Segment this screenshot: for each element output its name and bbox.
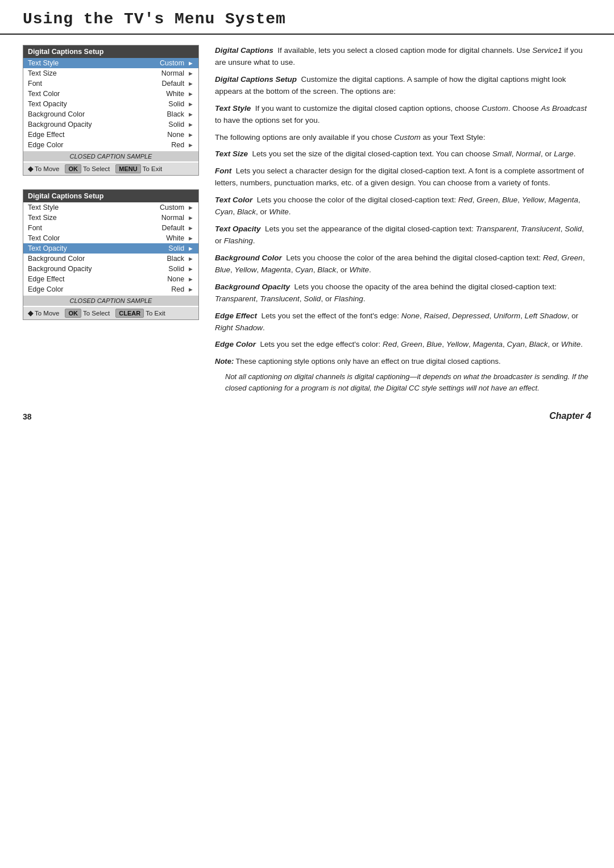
menu-row-value: Normal: [161, 214, 184, 222]
section-note: Note: These captioning style options onl…: [215, 356, 591, 393]
section-digital-captions: Digital Captions If available, lets you …: [215, 45, 591, 69]
menu-row-value: Red: [171, 285, 184, 293]
menu-row-label: Text Color: [28, 234, 166, 242]
menu-row-label: Edge Effect: [28, 131, 167, 139]
menu-row[interactable]: Font Default ►: [23, 223, 198, 233]
footer-item: ◆To Move: [28, 165, 59, 173]
menu-row-label: Background Opacity: [28, 265, 168, 273]
footer-label: To Exit: [146, 310, 165, 317]
footer-button[interactable]: CLEAR: [115, 309, 144, 318]
arrow-icon: ►: [188, 214, 194, 221]
menu-row-value: Black: [167, 255, 185, 263]
entry-title: Edge Effect: [215, 312, 257, 320]
footer-item: MENUTo Exit: [115, 164, 162, 173]
arrow-icon: ►: [188, 286, 194, 293]
menu-row-value: Custom: [160, 203, 184, 211]
footer-label: To Select: [83, 165, 110, 172]
menu-row-value: Default: [162, 224, 185, 232]
menu-top-title: Digital Captions Setup: [23, 45, 198, 58]
menu-top-footer: ◆To MoveOKTo SelectMENUTo Exit: [23, 163, 198, 175]
menu-row-label: Edge Color: [28, 285, 171, 293]
entry-body: Lets you choose the color of the digital…: [215, 196, 580, 216]
entry-body: Lets you set the size of the digital clo…: [252, 149, 576, 158]
entry-body: Lets you select a character design for t…: [215, 167, 584, 187]
entry-title: Text Size: [215, 149, 248, 158]
arrow-icon: ►: [188, 265, 194, 272]
section-custom-note: The following options are only available…: [215, 132, 591, 144]
entry-title: Digital Captions Setup: [215, 75, 297, 84]
entry-body: Lets you set the edge effect's color: Re…: [260, 340, 583, 348]
section-text-opacity: Text Opacity Lets you set the appearance…: [215, 223, 591, 247]
arrow-icon: ►: [188, 121, 194, 128]
menu-row[interactable]: Text Style Custom ►: [23, 202, 198, 213]
arrow-icon: ◆: [28, 165, 33, 173]
footer-button[interactable]: OK: [65, 309, 81, 318]
menu-row-value: Default: [162, 80, 185, 88]
menu-row[interactable]: Edge Color Red ►: [23, 140, 198, 150]
page-number: 38: [23, 412, 32, 421]
menu-row-label: Font: [28, 224, 162, 232]
menu-row-label: Font: [28, 80, 162, 88]
section-edge-color: Edge Color Lets you set the edge effect'…: [215, 339, 591, 351]
menu-row[interactable]: Text Opacity Solid ►: [23, 243, 198, 254]
menu-row[interactable]: Background Opacity Solid ►: [23, 119, 198, 130]
content-wrapper: Digital Captions Setup Text Style Custom…: [0, 45, 614, 394]
menu-row-label: Text Opacity: [28, 100, 168, 108]
menu-row-value: Red: [171, 141, 184, 149]
menu-row[interactable]: Font Default ►: [23, 78, 198, 89]
footer-label: To Exit: [143, 165, 163, 172]
footer-item: OKTo Select: [65, 164, 110, 173]
entry-title: Background Color: [215, 254, 282, 262]
entry-title: Digital Captions: [215, 46, 273, 55]
arrow-icon: ►: [188, 131, 194, 138]
menu-bottom-rows: Text Style Custom ►Text Size Normal ►Fon…: [23, 202, 198, 294]
menu-bottom-footer: ◆To MoveOKTo SelectCLEARTo Exit: [23, 307, 198, 319]
menu-row-label: Text Size: [28, 214, 161, 222]
menu-row[interactable]: Text Size Normal ►: [23, 213, 198, 223]
section-text-color: Text Color Lets you choose the color of …: [215, 194, 591, 218]
menu-row[interactable]: Background Color Black ►: [23, 254, 198, 264]
entry-body: Lets you set the effect of the font's ed…: [215, 312, 578, 332]
arrow-icon: ►: [188, 235, 194, 242]
menu-row[interactable]: Background Color Black ►: [23, 109, 198, 119]
note-indent: Not all captioning on digital channels i…: [225, 371, 591, 394]
closed-caption-sample-top: CLOSED CAPTION SAMPLE: [23, 151, 198, 161]
entry-title: Text Opacity: [215, 225, 261, 233]
menu-box-top: Digital Captions Setup Text Style Custom…: [23, 45, 199, 176]
menu-row-value: Custom: [160, 59, 184, 67]
arrow-icon: ►: [188, 255, 194, 262]
menu-row[interactable]: Text Color White ►: [23, 89, 198, 99]
entry-title: Text Style: [215, 104, 251, 113]
chapter-label: Chapter 4: [549, 411, 591, 421]
menu-row[interactable]: Text Size Normal ►: [23, 68, 198, 78]
footer-button[interactable]: MENU: [115, 164, 140, 173]
menu-row-label: Background Opacity: [28, 121, 168, 128]
menu-row[interactable]: Text Opacity Solid ►: [23, 99, 198, 109]
menu-row[interactable]: Edge Color Red ►: [23, 284, 198, 294]
section-digital-captions-setup: Digital Captions Setup Customize the dig…: [215, 74, 591, 98]
arrow-icon: ►: [188, 101, 194, 107]
menu-row-value: Solid: [168, 244, 184, 252]
entry-title: Text Color: [215, 196, 252, 204]
menu-row-value: Solid: [168, 121, 184, 128]
section-background-color: Background Color Lets you choose the col…: [215, 252, 591, 276]
entry-title: Edge Color: [215, 340, 256, 348]
footer-button[interactable]: OK: [65, 164, 81, 173]
menu-row-label: Text Color: [28, 90, 166, 98]
menu-row[interactable]: Text Color White ►: [23, 233, 198, 243]
entry-body: Lets you set the appearance of the digit…: [215, 225, 584, 245]
menu-row[interactable]: Text Style Custom ►: [23, 58, 198, 68]
menu-row[interactable]: Background Opacity Solid ►: [23, 264, 198, 274]
menu-row[interactable]: Edge Effect None ►: [23, 274, 198, 284]
entry-body: These captioning style options only have…: [236, 357, 501, 366]
section-edge-effect: Edge Effect Lets you set the effect of t…: [215, 310, 591, 334]
entry-title: Font: [215, 167, 231, 175]
menu-box-bottom: Digital Captions Setup Text Style Custom…: [23, 189, 199, 320]
menu-row-value: Solid: [168, 265, 184, 273]
arrow-icon: ►: [188, 204, 194, 211]
menu-row-value: None: [167, 131, 184, 139]
menu-row[interactable]: Edge Effect None ►: [23, 130, 198, 140]
footer-label: To Move: [35, 310, 59, 317]
right-column: Digital Captions If available, lets you …: [215, 45, 591, 394]
arrow-icon: ►: [188, 225, 194, 231]
